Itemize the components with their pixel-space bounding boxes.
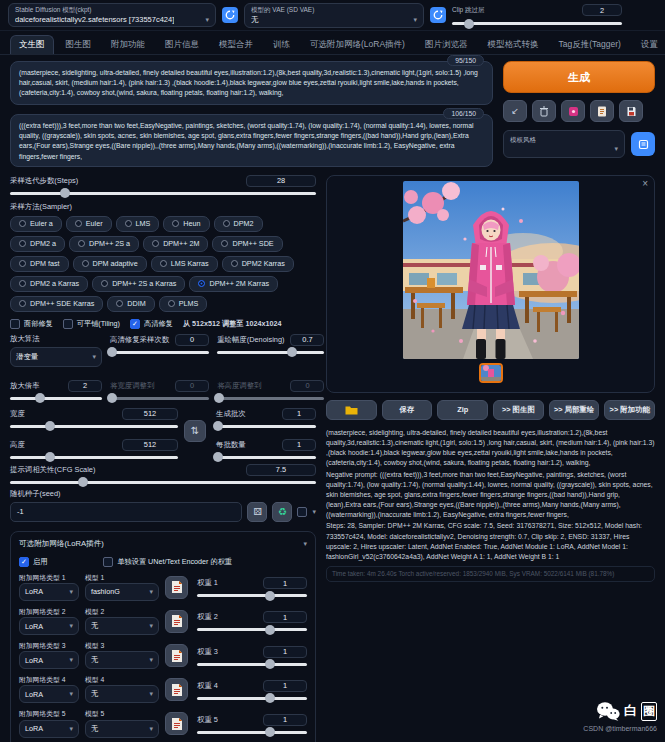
generated-image[interactable] xyxy=(403,181,579,359)
extra-networks-button[interactable] xyxy=(561,100,585,122)
width-value[interactable]: 512 xyxy=(122,408,178,420)
height-slider[interactable] xyxy=(10,456,178,459)
tab-0[interactable]: 文生图 xyxy=(10,35,54,54)
tab-8[interactable]: 模型格式转换 xyxy=(479,36,546,54)
sampler-option-14[interactable]: DPM++ 2S a Karras xyxy=(92,276,185,292)
addnet-model-info-button[interactable] xyxy=(165,610,188,633)
tab-9[interactable]: Tag反推(Tagger) xyxy=(550,36,628,54)
denoising-slider[interactable] xyxy=(217,351,324,354)
extra-seed-checkbox[interactable] xyxy=(297,507,307,517)
gallery-thumbnail[interactable] xyxy=(479,363,503,383)
batch-count-value[interactable]: 1 xyxy=(282,408,316,420)
zip-button[interactable]: Zip xyxy=(437,400,488,420)
random-seed-button[interactable]: ⚄ xyxy=(247,502,267,522)
send-to-img2img-button[interactable]: >> 图生图 xyxy=(493,400,544,420)
generate-button[interactable]: 生成 xyxy=(503,61,655,93)
addnet-weight-value[interactable]: 1 xyxy=(263,714,307,726)
denoising-value[interactable]: 0.7 xyxy=(290,334,324,346)
addnet-type-select[interactable]: LoRA▾ xyxy=(19,651,79,669)
addnet-weight-value[interactable]: 1 xyxy=(263,577,307,589)
addnet-weight-slider[interactable] xyxy=(197,594,307,597)
addnet-weight-value[interactable]: 1 xyxy=(263,611,307,623)
sampler-option-6[interactable]: DPM++ 2S a xyxy=(69,236,139,252)
addnet-weight-slider[interactable] xyxy=(197,663,307,666)
batch-count-slider[interactable] xyxy=(216,425,316,428)
upscaler-select[interactable]: 潜变量▾ xyxy=(10,347,102,367)
sampler-option-1[interactable]: Euler xyxy=(66,216,112,232)
hires-steps-slider[interactable] xyxy=(110,351,209,354)
addnet-weight-slider[interactable] xyxy=(197,731,307,734)
addnet-model-select[interactable]: 无▾ xyxy=(85,617,159,635)
addnet-model-select[interactable]: 无▾ xyxy=(85,685,159,703)
addnet-model-select[interactable]: 无▾ xyxy=(85,651,159,669)
sampler-option-8[interactable]: DPM++ SDE xyxy=(212,236,282,252)
height-value[interactable]: 512 xyxy=(122,439,178,451)
sampler-option-11[interactable]: LMS Karras xyxy=(151,256,218,272)
resize-width-value[interactable]: 0 xyxy=(175,380,209,392)
tab-1[interactable]: 图生图 xyxy=(58,36,100,54)
sampler-option-9[interactable]: DPM fast xyxy=(10,256,69,272)
addnet-type-select[interactable]: LoRA▾ xyxy=(19,720,79,738)
sampler-option-12[interactable]: DPM2 Karras xyxy=(222,256,294,272)
tiling-checkbox[interactable]: 可平铺(Tiling) xyxy=(63,319,120,329)
style-select[interactable]: 模板风格 ▾ xyxy=(503,130,625,158)
refresh-checkpoint-button[interactable] xyxy=(222,7,238,23)
sampler-option-2[interactable]: LMS xyxy=(116,216,160,232)
addnet-separate-checkbox[interactable]: 单独设置 UNet/Text Encoder 的权重 xyxy=(103,557,232,567)
sampler-option-15[interactable]: DPM++ 2M Karras xyxy=(189,276,278,292)
sampler-option-10[interactable]: DPM adaptive xyxy=(73,256,147,272)
cfg-scale-slider[interactable] xyxy=(10,481,316,484)
send-to-inpaint-button[interactable]: >> 局部重绘 xyxy=(549,400,600,420)
tab-5[interactable]: 训练 xyxy=(265,36,298,54)
hires-steps-value[interactable]: 0 xyxy=(175,334,209,346)
swap-dimensions-button[interactable]: ⇅ xyxy=(184,420,206,442)
negative-prompt-input[interactable]: 106/150 (((extra feet))),3 feet,more tha… xyxy=(10,114,493,167)
addnet-type-select[interactable]: LoRA▾ xyxy=(19,617,79,635)
sampler-option-3[interactable]: Heun xyxy=(163,216,209,232)
save-image-button[interactable]: 保存 xyxy=(382,400,433,420)
addnet-type-select[interactable]: LoRA▾ xyxy=(19,583,79,601)
resize-width-slider[interactable] xyxy=(110,397,209,400)
save-style-button[interactable] xyxy=(619,100,643,122)
result-gallery[interactable]: × xyxy=(326,175,655,393)
sampler-option-16[interactable]: DPM++ SDE Karras xyxy=(10,296,103,312)
reuse-seed-button[interactable]: ♻ xyxy=(272,502,292,522)
addnet-weight-slider[interactable] xyxy=(197,697,307,700)
send-to-extras-button[interactable]: >> 附加功能 xyxy=(604,400,655,420)
addnet-weight-value[interactable]: 1 xyxy=(263,680,307,692)
tab-7[interactable]: 图片浏览器 xyxy=(417,36,476,54)
addnet-model-select[interactable]: fashionG▾ xyxy=(85,583,159,601)
addnet-model-info-button[interactable] xyxy=(165,576,188,599)
collapse-icon[interactable]: ▾ xyxy=(303,540,307,548)
clip-skip-slider[interactable] xyxy=(452,22,622,25)
hires-fix-checkbox[interactable]: ✓高清修复 xyxy=(130,319,173,329)
sampler-option-17[interactable]: DDIM xyxy=(107,296,154,312)
checkpoint-select[interactable]: Stable Diffusion 模型(ckpt) dalceforealist… xyxy=(8,3,216,27)
refresh-styles-button[interactable] xyxy=(631,132,655,156)
sampler-option-0[interactable]: Euler a xyxy=(10,216,62,232)
batch-size-slider[interactable] xyxy=(216,456,316,459)
resize-height-value[interactable]: 0 xyxy=(290,380,324,392)
cfg-scale-value[interactable]: 7.5 xyxy=(246,464,316,476)
tab-6[interactable]: 可选附加网络(LoRA插件) xyxy=(302,36,413,54)
sampler-option-7[interactable]: DPM++ 2M xyxy=(143,236,208,252)
upscale-by-slider[interactable] xyxy=(10,397,102,400)
sampler-option-18[interactable]: PLMS xyxy=(159,296,208,312)
open-folder-button[interactable] xyxy=(326,400,377,420)
upscale-by-value[interactable]: 2 xyxy=(68,380,102,392)
clip-skip-value[interactable]: 2 xyxy=(582,4,622,16)
refresh-vae-button[interactable] xyxy=(430,7,446,23)
addnet-model-select[interactable]: 无▾ xyxy=(85,720,159,738)
vae-select[interactable]: 模型的 VAE (SD VAE) 无▾ xyxy=(244,3,424,28)
addnet-model-info-button[interactable] xyxy=(165,644,188,667)
sampler-option-4[interactable]: DPM2 xyxy=(214,216,263,232)
addnet-model-info-button[interactable] xyxy=(165,678,188,701)
addnet-weight-slider[interactable] xyxy=(197,628,307,631)
tab-10[interactable]: 设置 xyxy=(633,36,665,54)
addnet-model-info-button[interactable] xyxy=(165,712,188,735)
steps-slider[interactable] xyxy=(10,192,316,195)
restore-faces-checkbox[interactable]: 面部修复 xyxy=(10,319,53,329)
tab-3[interactable]: 图片信息 xyxy=(157,36,207,54)
width-slider[interactable] xyxy=(10,425,178,428)
steps-value[interactable]: 28 xyxy=(246,175,316,187)
